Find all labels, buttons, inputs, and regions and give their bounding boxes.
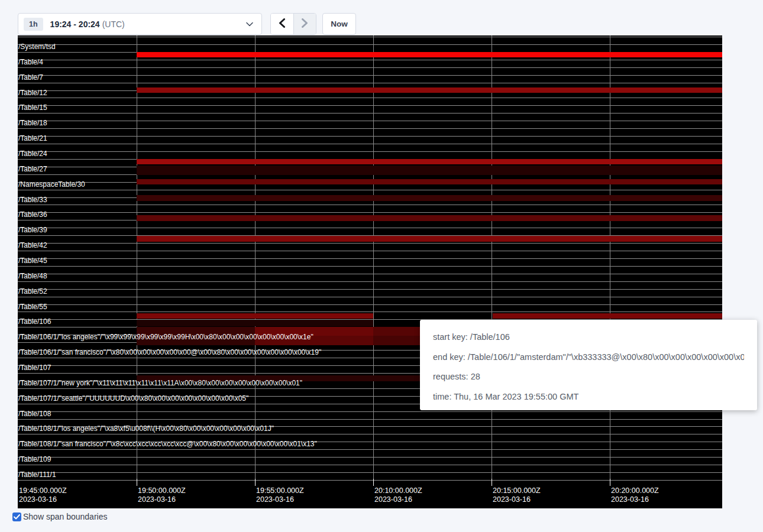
row-label: /Table/21 bbox=[18, 134, 47, 142]
heat-band bbox=[137, 313, 373, 319]
key-visualizer-canvas[interactable]: /System/tsd/Table/4/Table/7/Table/12/Tab… bbox=[18, 35, 722, 508]
axis-time-label: 20:10:00.000Z2023-03-16 bbox=[374, 486, 422, 504]
row-label: /Table/109 bbox=[18, 455, 51, 463]
span-tooltip: start key: /Table/106 end key: /Table/10… bbox=[420, 320, 757, 410]
gridline-h bbox=[18, 190, 722, 190]
heat-band bbox=[373, 327, 420, 336]
gridline-h bbox=[18, 205, 722, 205]
gridline-v bbox=[137, 35, 137, 479]
row-label: /Table/48 bbox=[18, 272, 47, 280]
heat-band bbox=[373, 336, 420, 345]
gridline-h bbox=[18, 37, 722, 37]
tooltip-end-key: end key: /Table/106/1/"amsterdam"/"\xb33… bbox=[433, 351, 744, 363]
gridline-h bbox=[18, 289, 722, 290]
row-label: /Table/107 bbox=[18, 364, 51, 372]
row-label: /Table/107/1/"new york"/"\x11\x11\x11\x1… bbox=[18, 379, 302, 387]
show-span-boundaries-checkbox[interactable] bbox=[12, 512, 21, 521]
show-span-boundaries-row: Show span boundaries bbox=[12, 512, 107, 521]
row-label: /Table/106 bbox=[18, 317, 51, 326]
tooltip-start-key: start key: /Table/106 bbox=[433, 331, 744, 343]
gridline-h bbox=[18, 44, 722, 45]
gridline-h bbox=[18, 434, 722, 434]
time-range-text: 19:24 - 20:24 bbox=[50, 20, 100, 29]
gridline-v bbox=[255, 35, 256, 479]
row-label: /Table/108 bbox=[18, 410, 51, 418]
prev-interval-button[interactable] bbox=[271, 14, 293, 34]
gridline-h bbox=[18, 312, 722, 312]
chevron-right-icon bbox=[301, 18, 308, 30]
row-label: /Table/52 bbox=[18, 287, 47, 296]
gridline-h bbox=[18, 258, 722, 259]
time-range-selector[interactable]: 1h 19:24 - 20:24(UTC) bbox=[18, 13, 262, 35]
axis-tick bbox=[255, 479, 256, 486]
row-label: /System/tsd bbox=[18, 43, 56, 51]
heat-band bbox=[137, 195, 722, 201]
row-label: /Table/39 bbox=[18, 226, 47, 234]
next-interval-button[interactable] bbox=[293, 14, 316, 34]
gridline-h bbox=[18, 297, 722, 297]
heat-band bbox=[137, 52, 722, 57]
row-label: /Table/18 bbox=[18, 119, 47, 127]
row-label: /Table/111/1 bbox=[18, 471, 56, 479]
gridline-h bbox=[18, 60, 722, 60]
row-label: /Table/55 bbox=[18, 303, 47, 311]
gridline-h bbox=[18, 480, 722, 481]
row-label: /Table/15 bbox=[18, 103, 47, 112]
gridline-h bbox=[18, 136, 722, 137]
row-label: /Table/33 bbox=[18, 196, 47, 204]
tooltip-requests: requests: 28 bbox=[433, 371, 744, 382]
gridline-h bbox=[18, 472, 722, 473]
row-label: /Table/107/1/"seattle"/"UUUUUUD\x00\x80\… bbox=[18, 394, 248, 403]
gridline-h bbox=[18, 151, 722, 152]
gridline-h bbox=[18, 212, 722, 213]
heat-band bbox=[137, 215, 722, 221]
gridline-h bbox=[18, 243, 722, 244]
chevron-left-icon bbox=[279, 18, 286, 30]
axis-time-label: 19:55:00.000Z2023-03-16 bbox=[256, 486, 304, 504]
gridline-h bbox=[18, 281, 722, 282]
row-label: /Table/45 bbox=[18, 257, 47, 265]
gridline-h bbox=[18, 121, 722, 121]
gridline-h bbox=[18, 113, 722, 113]
gridline-h bbox=[18, 83, 722, 83]
gridline-h bbox=[18, 465, 722, 465]
row-label: /Table/12 bbox=[18, 89, 47, 97]
axis-time-label: 19:50:00.000Z2023-03-16 bbox=[138, 486, 186, 504]
duration-badge: 1h bbox=[24, 18, 43, 31]
row-label: /Table/36 bbox=[18, 210, 47, 219]
gridline-h bbox=[18, 457, 722, 458]
axis-tick bbox=[492, 479, 492, 486]
gridline-h bbox=[18, 251, 722, 251]
timezone-text: (UTC) bbox=[102, 20, 125, 29]
gridline-h bbox=[18, 266, 722, 267]
row-label: /Table/7 bbox=[18, 73, 43, 82]
gridline-h bbox=[18, 67, 722, 68]
row-label: /Table/27 bbox=[18, 165, 47, 173]
checkmark-icon bbox=[14, 511, 20, 522]
heat-band bbox=[137, 159, 722, 164]
gridline-h bbox=[18, 419, 722, 420]
chevron-down-icon bbox=[246, 22, 253, 27]
gridline-h bbox=[18, 105, 722, 106]
axis-time-label: 20:15:00.000Z2023-03-16 bbox=[493, 486, 541, 504]
row-label: /Table/106/1/"san francisco"/"\x80\x00\x… bbox=[18, 348, 321, 356]
row-label: /Table/4 bbox=[18, 58, 43, 66]
row-label: /Table/108/1/"san francisco"/"\x8c\xcc\x… bbox=[18, 440, 317, 448]
gridline-h bbox=[18, 449, 722, 450]
show-span-boundaries-label: Show span boundaries bbox=[23, 512, 107, 521]
heat-band bbox=[137, 320, 373, 326]
row-label: /NamespaceTable/30 bbox=[18, 180, 85, 189]
gridline-h bbox=[18, 228, 722, 228]
gridline-h bbox=[18, 128, 722, 129]
gridline-v bbox=[610, 35, 610, 479]
axis-tick bbox=[137, 479, 137, 486]
row-label: /Table/42 bbox=[18, 241, 47, 249]
gridline-h bbox=[18, 144, 722, 144]
now-button[interactable]: Now bbox=[322, 13, 356, 35]
row-label: /Table/108/1/"los angeles"/"\xa8\xf5\u00… bbox=[18, 424, 274, 433]
heat-band bbox=[137, 87, 722, 93]
axis-tick bbox=[610, 479, 610, 486]
gridline-v bbox=[373, 35, 374, 479]
key-visualizer-page: 1h 19:24 - 20:24(UTC) Now /System/tsd/Ta… bbox=[0, 0, 763, 532]
heat-band bbox=[137, 236, 722, 242]
